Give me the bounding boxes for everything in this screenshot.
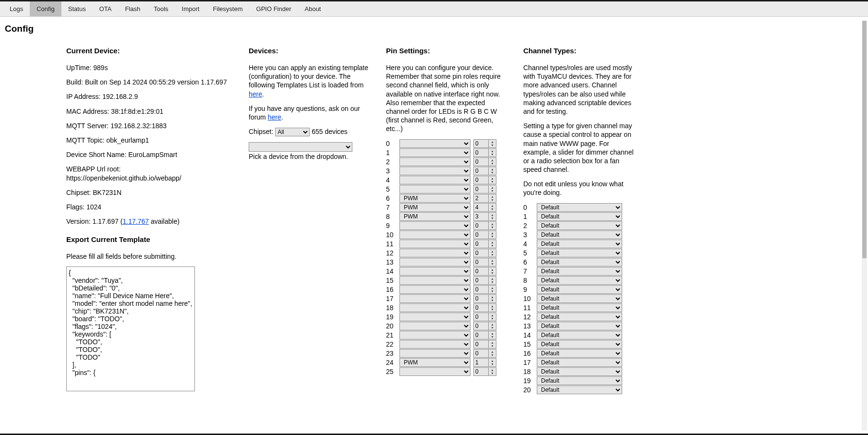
chevron-down-icon[interactable]: ▼ xyxy=(489,353,496,357)
chevron-down-icon[interactable]: ▼ xyxy=(489,262,496,266)
chevron-down-icon[interactable]: ▼ xyxy=(489,153,496,156)
chevron-up-icon[interactable]: ▲ xyxy=(489,295,496,299)
chevron-up-icon[interactable]: ▲ xyxy=(489,286,496,290)
chevron-down-icon[interactable]: ▼ xyxy=(489,207,496,211)
chevron-down-icon[interactable]: ▼ xyxy=(489,299,496,302)
spinner-buttons[interactable]: ▲▼ xyxy=(488,277,496,284)
chevron-down-icon[interactable]: ▼ xyxy=(489,144,496,147)
pin-channel-input[interactable] xyxy=(474,304,488,312)
chevron-up-icon[interactable]: ▲ xyxy=(489,332,496,335)
pin-role-select[interactable] xyxy=(399,340,470,349)
chevron-down-icon[interactable]: ▼ xyxy=(489,171,496,174)
channel-type-select[interactable]: Default xyxy=(537,267,622,276)
pin-channel-stepper[interactable]: ▲▼ xyxy=(473,230,496,239)
pin-channel-input[interactable] xyxy=(474,158,488,166)
spinner-buttons[interactable]: ▲▼ xyxy=(488,240,496,248)
pin-channel-stepper[interactable]: ▲▼ xyxy=(473,167,496,175)
pin-role-select[interactable] xyxy=(399,322,470,330)
pin-channel-input[interactable] xyxy=(474,350,488,357)
spinner-buttons[interactable]: ▲▼ xyxy=(488,149,496,157)
channel-type-select[interactable]: Default xyxy=(537,240,622,248)
pin-channel-stepper[interactable]: ▲▼ xyxy=(473,358,496,367)
pin-channel-stepper[interactable]: ▲▼ xyxy=(473,331,496,339)
pin-role-select[interactable] xyxy=(399,303,470,312)
chevron-down-icon[interactable]: ▼ xyxy=(489,372,496,375)
scrollbar-thumb[interactable] xyxy=(862,21,867,258)
pin-channel-stepper[interactable]: ▲▼ xyxy=(473,185,496,193)
tab-config[interactable]: Config xyxy=(30,1,61,16)
chevron-down-icon[interactable]: ▼ xyxy=(489,317,496,320)
spinner-buttons[interactable]: ▲▼ xyxy=(488,295,496,302)
pin-channel-stepper[interactable]: ▲▼ xyxy=(473,203,496,212)
chevron-up-icon[interactable]: ▲ xyxy=(489,222,496,226)
pin-role-select[interactable] xyxy=(399,285,470,294)
pin-role-select[interactable]: PWM xyxy=(399,203,470,212)
pin-channel-input[interactable] xyxy=(474,277,488,284)
chevron-down-icon[interactable]: ▼ xyxy=(489,362,496,366)
chevron-down-icon[interactable]: ▼ xyxy=(489,198,496,202)
spinner-buttons[interactable]: ▲▼ xyxy=(488,231,496,239)
chevron-up-icon[interactable]: ▲ xyxy=(489,259,496,262)
pin-channel-input[interactable] xyxy=(474,231,488,239)
spinner-buttons[interactable]: ▲▼ xyxy=(488,304,496,312)
pin-channel-input[interactable] xyxy=(474,368,488,375)
chevron-down-icon[interactable]: ▼ xyxy=(489,326,496,329)
chevron-up-icon[interactable]: ▲ xyxy=(489,158,496,162)
pin-channel-input[interactable] xyxy=(474,140,488,147)
pin-channel-stepper[interactable]: ▲▼ xyxy=(473,157,496,166)
tab-tools[interactable]: Tools xyxy=(147,1,175,16)
chevron-up-icon[interactable]: ▲ xyxy=(489,359,496,362)
pin-channel-stepper[interactable]: ▲▼ xyxy=(473,313,496,321)
pin-role-select[interactable] xyxy=(399,249,470,257)
chevron-up-icon[interactable]: ▲ xyxy=(489,277,496,280)
chevron-down-icon[interactable]: ▼ xyxy=(489,308,496,311)
pin-channel-stepper[interactable]: ▲▼ xyxy=(473,176,496,184)
chevron-down-icon[interactable]: ▼ xyxy=(489,217,496,220)
channel-type-select[interactable]: Default xyxy=(537,212,622,221)
pin-channel-stepper[interactable]: ▲▼ xyxy=(473,285,496,294)
pin-channel-stepper[interactable]: ▲▼ xyxy=(473,349,496,358)
pin-channel-input[interactable] xyxy=(474,340,488,348)
chevron-up-icon[interactable]: ▲ xyxy=(489,204,496,207)
spinner-buttons[interactable]: ▲▼ xyxy=(488,350,496,357)
pin-channel-stepper[interactable]: ▲▼ xyxy=(473,148,496,157)
pin-channel-stepper[interactable]: ▲▼ xyxy=(473,340,496,349)
channel-type-select[interactable]: Default xyxy=(537,221,622,230)
vertical-scrollbar[interactable] xyxy=(862,21,867,431)
spinner-buttons[interactable]: ▲▼ xyxy=(488,185,496,193)
channel-type-select[interactable]: Default xyxy=(537,322,622,330)
spinner-buttons[interactable]: ▲▼ xyxy=(488,140,496,147)
chevron-down-icon[interactable]: ▼ xyxy=(489,162,496,165)
chevron-up-icon[interactable]: ▲ xyxy=(489,341,496,344)
spinner-buttons[interactable]: ▲▼ xyxy=(488,158,496,166)
chipset-filter-select[interactable]: All xyxy=(275,128,310,136)
pin-role-select[interactable] xyxy=(399,276,470,285)
pin-channel-input[interactable] xyxy=(474,249,488,257)
channel-type-select[interactable]: Default xyxy=(537,376,622,385)
pin-role-select[interactable] xyxy=(399,267,470,276)
pin-role-select[interactable]: PWM xyxy=(399,212,470,221)
pin-channel-stepper[interactable]: ▲▼ xyxy=(473,249,496,257)
pin-channel-input[interactable] xyxy=(474,331,488,339)
pin-channel-input[interactable] xyxy=(474,149,488,157)
pin-channel-stepper[interactable]: ▲▼ xyxy=(473,194,496,203)
chevron-up-icon[interactable]: ▲ xyxy=(489,250,496,253)
tab-gpio-finder[interactable]: GPIO Finder xyxy=(250,1,298,16)
pin-channel-stepper[interactable]: ▲▼ xyxy=(473,139,496,148)
pin-role-select[interactable] xyxy=(399,221,470,230)
pin-role-select[interactable] xyxy=(399,176,470,184)
spinner-buttons[interactable]: ▲▼ xyxy=(488,176,496,184)
chevron-up-icon[interactable]: ▲ xyxy=(489,368,496,372)
pin-channel-stepper[interactable]: ▲▼ xyxy=(473,258,496,266)
spinner-buttons[interactable]: ▲▼ xyxy=(488,359,496,366)
chevron-down-icon[interactable]: ▼ xyxy=(489,290,496,293)
channel-type-select[interactable]: Default xyxy=(537,276,622,285)
pin-channel-input[interactable] xyxy=(474,222,488,230)
spinner-buttons[interactable]: ▲▼ xyxy=(488,213,496,220)
pin-channel-input[interactable] xyxy=(474,240,488,248)
tab-filesystem[interactable]: Filesystem xyxy=(206,1,249,16)
tab-import[interactable]: Import xyxy=(175,1,206,16)
pin-role-select[interactable]: PWM xyxy=(399,358,470,367)
pin-channel-stepper[interactable]: ▲▼ xyxy=(473,221,496,230)
spinner-buttons[interactable]: ▲▼ xyxy=(488,258,496,266)
